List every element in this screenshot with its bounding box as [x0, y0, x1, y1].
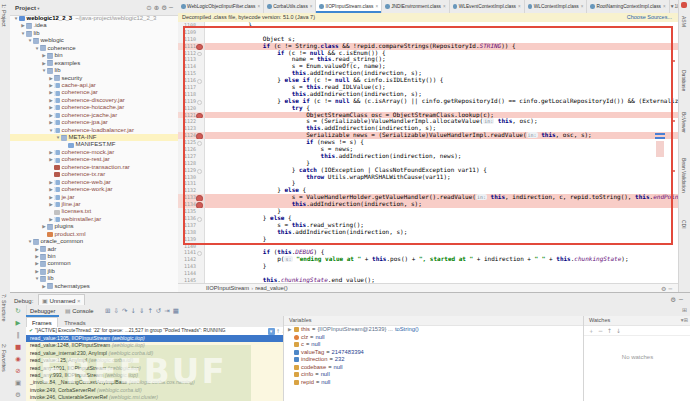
breadcrumb-class[interactable]: IIOPInputStream — [206, 285, 249, 291]
gutter-line-number[interactable]: 1135 — [178, 208, 205, 215]
gutter-line-number[interactable]: 1118 — [178, 91, 205, 98]
tool-window-button-structure[interactable]: 7: Structure — [1, 294, 7, 321]
close-icon[interactable]: × — [310, 4, 313, 9]
hide-icon[interactable]: ─ — [668, 285, 674, 292]
gutter-line-number[interactable]: 1124 — [178, 132, 205, 139]
gutter-line-number[interactable]: 1111 — [178, 43, 205, 50]
settings-icon[interactable]: ⚙ — [10, 389, 26, 401]
hide-icon[interactable]: ─ — [169, 4, 175, 12]
rerun-icon[interactable]: ↻ — [10, 305, 26, 317]
gutter-line-number[interactable]: 1126 — [178, 146, 205, 153]
gutter-line-number[interactable]: 1117 — [178, 84, 205, 91]
gutter-line-number[interactable]: 1122 — [178, 118, 205, 125]
editor-tab[interactable]: CorbaUtils.class× — [264, 0, 316, 13]
tostring-link[interactable]: toString() — [395, 326, 419, 334]
tab-console[interactable]: ▤ Console — [61, 305, 97, 317]
evaluate-icon[interactable]: ▦ — [173, 307, 182, 315]
frame-row[interactable]: invoke:249, CorbaServerRef (weblogic.cor… — [26, 387, 293, 394]
tool-window-button-bean-validation[interactable]: Bean Validation — [681, 158, 687, 193]
tree-item[interactable]: product.xml — [10, 231, 178, 238]
tree-item[interactable]: MANIFEST.MF — [10, 141, 178, 148]
step-into-icon[interactable]: ↓ — [130, 307, 138, 315]
variable-row[interactable]: repid=null — [284, 379, 584, 387]
gutter-line-number[interactable]: 1134 — [178, 201, 205, 208]
close-icon[interactable]: × — [375, 4, 378, 9]
variable-row[interactable]: valueTag=2147483394 — [284, 349, 584, 357]
code-editor[interactable]: 1108 }11091110 Object s;1111 if (c != St… — [178, 22, 678, 283]
frame-row[interactable]: read_any:993, IIOPInputStream (weblogic.… — [26, 372, 293, 379]
tool-window-button-project[interactable]: 1: Project — [1, 4, 7, 26]
close-icon[interactable]: × — [663, 4, 666, 9]
gutter-line-number[interactable]: 1116 — [178, 77, 205, 84]
project-panel-title[interactable]: Project — [15, 4, 36, 11]
thread-dump-icon[interactable]: ▣ — [10, 377, 26, 389]
gutter-line-number[interactable]: 1140 — [178, 243, 205, 250]
gutter-line-number[interactable]: 1141 — [178, 249, 205, 256]
remove-icon[interactable]: − — [598, 327, 607, 334]
tool-window-button-favorites[interactable]: 2: Favorites — [1, 344, 7, 372]
tree-item[interactable]: coherence-transaction.rar — [10, 164, 178, 171]
tree-item[interactable]: ▶coherence-discovery.jar — [10, 97, 178, 104]
tree-item[interactable]: ▶coherence-jcache.jar — [10, 112, 178, 119]
tree-item[interactable]: ▶webinstaller.jar — [10, 216, 178, 223]
gutter-line-number[interactable]: 1136 — [178, 215, 205, 222]
tab-debugger[interactable]: Debugger — [26, 305, 59, 317]
breadcrumb-method[interactable]: read_value() — [255, 285, 288, 291]
frame-up-icon[interactable]: ↑ — [276, 328, 280, 334]
view-breakpoints-icon[interactable]: ◉ — [10, 353, 26, 365]
gutter-line-number[interactable]: 1137 — [178, 222, 205, 229]
gutter-line-number[interactable]: 1119 — [178, 98, 205, 105]
editor-tab[interactable]: IIOPInputStream.class× — [316, 0, 382, 13]
tree-item[interactable]: ▼lib — [10, 67, 178, 74]
pause-icon[interactable]: ∥ — [10, 329, 26, 341]
debug-session-tab[interactable]: ▣ Unnamed × — [38, 294, 85, 305]
gutter-line-number[interactable]: 1129 — [178, 167, 205, 174]
tree-item[interactable]: ▶coherence-rest.jar — [10, 156, 178, 163]
add-icon[interactable]: ＋ — [588, 327, 598, 334]
gutter-line-number[interactable]: 1113 — [178, 56, 205, 63]
step-out-icon[interactable]: ↑ — [147, 307, 155, 315]
gutter-line-number[interactable]: 1109 — [178, 29, 205, 36]
frame-row[interactable]: invoke:246, ClusterableServerRef (weblog… — [26, 394, 293, 401]
gutter-line-number[interactable]: 1108 — [178, 22, 205, 29]
close-icon[interactable]: × — [443, 4, 446, 9]
gutter-line-number[interactable]: 1114 — [178, 63, 205, 70]
editor-tab[interactable]: JNDIEnvironment.class× — [382, 0, 450, 13]
editor-tab[interactable]: WLContextImpl.class× — [525, 0, 588, 13]
stop-icon[interactable]: ■ — [10, 341, 26, 353]
editor-tab[interactable]: WLEventContextImpl.class× — [450, 0, 525, 13]
tool-window-button-bcviewer[interactable]: BcViewer — [681, 112, 687, 133]
gutter-line-number[interactable]: 1112 — [178, 50, 205, 57]
run-to-cursor-icon[interactable]: ⇥ — [164, 307, 172, 315]
tree-item[interactable]: ▼coherence — [10, 45, 178, 52]
tree-item[interactable]: licenses.txt — [10, 208, 178, 215]
thread-dropdown-icon[interactable]: ▾ — [268, 328, 275, 335]
tree-item[interactable]: ▶je.jar — [10, 194, 178, 201]
gutter-line-number[interactable]: 1128 — [178, 160, 205, 167]
watches-menu-icon[interactable]: ▾⊞ — [681, 317, 688, 323]
close-icon[interactable]: × — [581, 4, 584, 9]
tree-item[interactable]: ▶coherence-mock.jar — [10, 149, 178, 156]
drop-frame-icon[interactable]: ↺ — [156, 307, 164, 315]
gutter-line-number[interactable]: 1130 — [178, 174, 205, 181]
tree-item[interactable]: ▼lib — [10, 275, 178, 282]
gutter-line-number[interactable]: 1144 — [178, 270, 205, 277]
gutter-line-number[interactable]: 1131 — [178, 180, 205, 187]
tree-item[interactable]: ▶coherence-hotcache.jar — [10, 104, 178, 111]
gutter-line-number[interactable]: 1121 — [178, 112, 205, 119]
tree-item[interactable]: ▶bin — [10, 52, 178, 59]
variable-row[interactable]: clz=null — [284, 334, 584, 342]
gutter-line-number[interactable]: 1115 — [178, 70, 205, 77]
settings-icon[interactable]: ⚙ — [670, 296, 679, 304]
tree-item[interactable]: ▶examples — [10, 60, 178, 67]
tree-item[interactable]: ▶coherence-work.jar — [10, 186, 178, 193]
tree-item[interactable]: ▼weblogic — [10, 37, 178, 44]
gutter-line-number[interactable]: 1142 — [178, 256, 205, 263]
gutter-line-number[interactable]: 1133 — [178, 194, 205, 201]
settings-icon[interactable]: ⚙ — [161, 4, 169, 12]
frame-row[interactable]: read_value:1248, IIOPInputStream (weblog… — [26, 342, 293, 349]
frame-row[interactable]: read_value:125, AnyImpl (weblogic.corba.… — [26, 357, 293, 364]
gutter-line-number[interactable]: 1132 — [178, 187, 205, 194]
tree-item[interactable]: ▶plugins — [10, 223, 178, 230]
tree-item[interactable]: ▶security — [10, 75, 178, 82]
